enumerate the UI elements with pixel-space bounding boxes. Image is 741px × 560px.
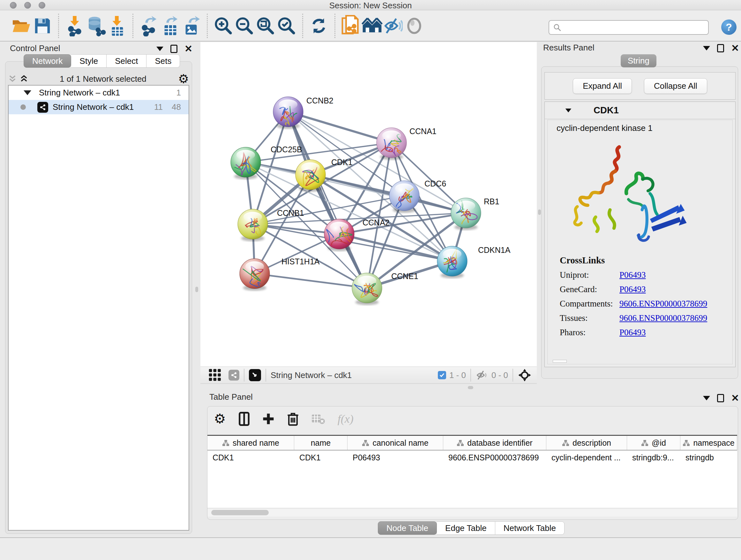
column-header[interactable]: namespace bbox=[680, 436, 737, 450]
crosslink-link[interactable]: P06493 bbox=[619, 285, 646, 294]
crosslink-label: Pharos: bbox=[560, 327, 619, 337]
table-header-row: shared namenamecanonical namedatabase id… bbox=[207, 436, 737, 450]
tab-network[interactable]: Network bbox=[23, 54, 71, 68]
crosslink-link[interactable]: P06493 bbox=[619, 327, 646, 337]
scrollbar-thumb[interactable] bbox=[211, 510, 269, 515]
network-collection-row[interactable]: String Network – cdk1 1 bbox=[9, 85, 189, 100]
table-cell[interactable]: CDK1 bbox=[207, 450, 294, 464]
network-node-cdk1[interactable] bbox=[295, 160, 326, 192]
import-network-button[interactable] bbox=[64, 14, 85, 38]
show-eye-button[interactable] bbox=[404, 14, 425, 38]
tab-sets[interactable]: Sets bbox=[146, 54, 180, 68]
network-canvas[interactable]: CCNB2CCNA1CDC25BCDK1CDC6RB1CCNB1CCNA2CDK… bbox=[200, 42, 537, 367]
network-node-ccna1[interactable] bbox=[377, 128, 407, 160]
collapse-all-chevron-icon[interactable] bbox=[20, 75, 28, 83]
import-table-button[interactable] bbox=[106, 14, 127, 38]
zoom-selected-icon bbox=[277, 16, 296, 36]
network-options-gear-icon[interactable]: ⚙ bbox=[178, 73, 189, 84]
hide-unhide-button[interactable] bbox=[383, 14, 404, 38]
table-row[interactable]: CDK1CDK1P064939606.ENSP00000378699cyclin… bbox=[207, 450, 737, 464]
search-input[interactable] bbox=[564, 23, 701, 32]
crosslink-row: GeneCard: P06493 bbox=[560, 285, 732, 294]
save-session-button[interactable] bbox=[32, 14, 53, 38]
float-panel-icon[interactable] bbox=[717, 44, 724, 52]
table-cell[interactable]: CDK1 bbox=[294, 450, 347, 464]
column-header[interactable]: @id bbox=[627, 436, 680, 450]
network-graph[interactable]: CCNB2CCNA1CDC25BCDK1CDC6RB1CCNB1CCNA2CDK… bbox=[200, 42, 537, 367]
fit-crosshair-icon[interactable] bbox=[518, 368, 532, 382]
zoom-selected-button[interactable] bbox=[276, 14, 297, 38]
zoom-in-button[interactable] bbox=[213, 14, 234, 38]
network-node-ccna2[interactable] bbox=[324, 219, 354, 251]
add-column-plus-icon[interactable] bbox=[262, 413, 274, 425]
open-session-button[interactable] bbox=[11, 14, 32, 38]
column-header[interactable]: shared name bbox=[207, 436, 294, 450]
home-button[interactable] bbox=[361, 14, 383, 38]
close-panel-icon[interactable]: ✕ bbox=[731, 44, 739, 52]
crosslink-link[interactable]: 9606.ENSP00000378699 bbox=[619, 299, 707, 309]
table-cell[interactable]: P06493 bbox=[347, 450, 443, 464]
tab-network-table[interactable]: Network Table bbox=[495, 521, 564, 535]
export-network-button[interactable] bbox=[138, 14, 159, 38]
table-cell[interactable]: stringdb bbox=[680, 450, 737, 464]
results-scrollbar-thumb[interactable] bbox=[553, 360, 567, 363]
grid-view-icon[interactable] bbox=[208, 368, 222, 382]
string-import-button[interactable] bbox=[340, 14, 361, 38]
help-button[interactable]: ? bbox=[721, 19, 737, 35]
splitter-handle[interactable] bbox=[468, 386, 473, 389]
tree-expand-icon[interactable] bbox=[23, 90, 31, 95]
table-cell[interactable]: cyclin-dependent ... bbox=[546, 450, 627, 464]
hidden-eye-slash-icon[interactable] bbox=[475, 369, 488, 381]
collapse-panel-icon[interactable] bbox=[156, 47, 163, 51]
delete-column-trash-icon[interactable] bbox=[287, 412, 299, 426]
table-settings-gear-icon[interactable]: ⚙ bbox=[214, 413, 226, 425]
zoom-fit-button[interactable] bbox=[255, 14, 276, 38]
close-panel-icon[interactable]: ✕ bbox=[185, 45, 192, 53]
toolbar-separator bbox=[132, 14, 133, 38]
splitter-handle[interactable] bbox=[538, 209, 541, 215]
expand-all-chevron-icon[interactable] bbox=[8, 75, 17, 83]
column-header[interactable]: database identifier bbox=[443, 436, 546, 450]
collapse-panel-icon[interactable] bbox=[703, 46, 710, 51]
network-node-hist1h1a[interactable] bbox=[240, 259, 270, 291]
network-node-ccne1[interactable] bbox=[352, 273, 382, 305]
tab-select[interactable]: Select bbox=[107, 54, 146, 68]
table-cell[interactable]: 9606.ENSP00000378699 bbox=[443, 450, 546, 464]
tab-node-table[interactable]: Node Table bbox=[378, 521, 437, 535]
export-table-button[interactable] bbox=[159, 14, 181, 38]
column-header[interactable]: name bbox=[294, 436, 347, 450]
network-row[interactable]: String Network – cdk1 11 48 bbox=[9, 100, 189, 114]
collection-label: String Network – cdk1 bbox=[39, 88, 177, 98]
splitter-handle[interactable] bbox=[195, 287, 198, 292]
crosslink-link[interactable]: P06493 bbox=[619, 270, 646, 280]
table-horizontal-scrollbar[interactable] bbox=[207, 508, 737, 516]
birds-eye-view-icon[interactable] bbox=[249, 369, 261, 381]
search-field[interactable] bbox=[549, 20, 709, 35]
zoom-out-button[interactable] bbox=[234, 14, 255, 38]
float-panel-icon[interactable] bbox=[171, 45, 178, 53]
show-columns-icon[interactable] bbox=[239, 412, 250, 426]
tab-edge-table[interactable]: Edge Table bbox=[437, 521, 495, 535]
section-collapse-icon[interactable] bbox=[565, 109, 571, 112]
network-node-cdkn1a[interactable] bbox=[437, 246, 467, 278]
refresh-button[interactable] bbox=[308, 14, 329, 38]
crosslink-link[interactable]: 9606.ENSP00000378699 bbox=[619, 313, 707, 323]
collapse-all-button[interactable]: Collapse All bbox=[644, 78, 707, 94]
table-cell[interactable]: stringdb:9... bbox=[627, 450, 680, 464]
column-header[interactable]: canonical name bbox=[347, 436, 443, 450]
network-node-rb1[interactable] bbox=[451, 198, 481, 230]
close-panel-icon[interactable]: ✕ bbox=[731, 394, 739, 402]
column-header[interactable]: description bbox=[546, 436, 627, 450]
import-network-from-database-button[interactable] bbox=[85, 14, 106, 38]
network-node-cdc25b[interactable] bbox=[231, 147, 261, 181]
selected-checkbox[interactable] bbox=[438, 371, 446, 379]
tab-string[interactable]: String bbox=[621, 54, 657, 67]
gene-header[interactable]: CDK1 bbox=[545, 102, 735, 119]
export-image-button[interactable] bbox=[181, 14, 202, 38]
expand-all-button[interactable]: Expand All bbox=[573, 78, 632, 94]
tab-style[interactable]: Style bbox=[71, 54, 107, 68]
network-node-ccnb1[interactable] bbox=[238, 209, 268, 241]
float-panel-icon[interactable] bbox=[717, 394, 724, 402]
collapse-panel-icon[interactable] bbox=[703, 396, 710, 400]
string-view-icon[interactable] bbox=[228, 370, 239, 381]
